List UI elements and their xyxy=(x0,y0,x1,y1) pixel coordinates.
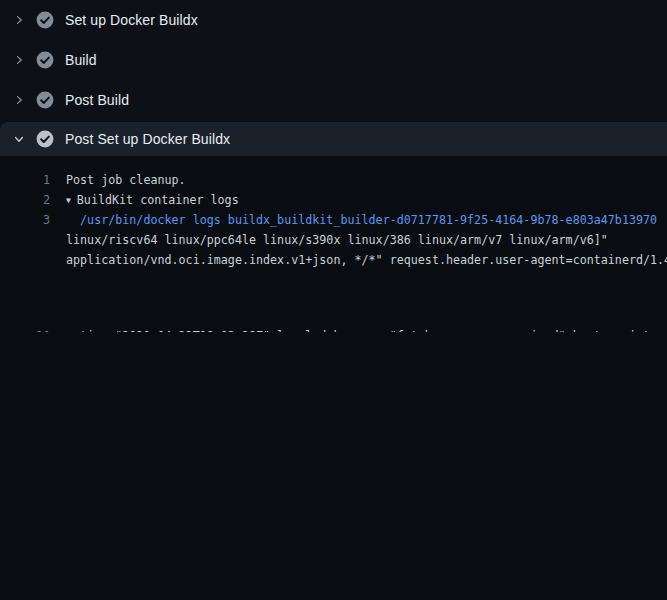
step-header-post-build[interactable]: Post Build xyxy=(0,80,667,120)
step-header-build[interactable]: Build xyxy=(0,40,667,80)
log-text: linux/riscv64 linux/ppc64le linux/s390x … xyxy=(66,230,608,250)
chevron-right-icon xyxy=(13,94,25,106)
log-group-label: BuildKit container logs xyxy=(77,193,239,207)
log-line: 3 /usr/bin/docker logs buildx_buildkit_b… xyxy=(0,210,667,230)
step-label: Post Build xyxy=(65,92,129,108)
log-line-continuation: linux/riscv64 linux/ppc64le linux/s390x … xyxy=(0,230,667,250)
log-line: 1Post job cleanup. xyxy=(0,170,667,190)
log-line-continuation: application/vnd.oci.image.index.v1+json,… xyxy=(0,250,667,270)
log-line-number[interactable]: 1 xyxy=(0,170,50,190)
caret-down-icon: ▼ xyxy=(66,191,71,211)
step-label: Post Set up Docker Buildx xyxy=(65,131,230,147)
log-text: Post job cleanup. xyxy=(66,170,186,190)
check-circle-icon xyxy=(36,91,54,109)
log-line: 2▼BuildKit container logs xyxy=(0,190,667,210)
steps-list: Set up Docker BuildxBuildPost BuildPost … xyxy=(0,0,667,156)
log-line-number[interactable]: 20 xyxy=(0,326,50,332)
chevron-right-icon xyxy=(13,54,25,66)
step-header-set-up-docker-buildx[interactable]: Set up Docker Buildx xyxy=(0,0,667,40)
check-circle-icon xyxy=(36,51,54,69)
log-view[interactable]: 1Post job cleanup.2▼BuildKit container l… xyxy=(0,156,667,600)
log-line-number xyxy=(0,230,50,250)
chevron-down-icon xyxy=(13,133,25,145)
log-line-number[interactable]: 2 xyxy=(0,190,50,210)
log-text: time="2021-04-23T18:02:38Z" level=debug … xyxy=(66,326,667,332)
step-label: Set up Docker Buildx xyxy=(65,12,198,28)
log-line-number[interactable]: 3 xyxy=(0,210,50,230)
step-label: Build xyxy=(65,52,97,68)
check-circle-icon xyxy=(36,130,54,148)
log-text: application/vnd.oci.image.index.v1+json,… xyxy=(66,250,667,270)
step-header-post-set-up-docker-buildx[interactable]: Post Set up Docker Buildx xyxy=(0,122,667,156)
check-circle-icon xyxy=(36,11,54,29)
log-command-text: /usr/bin/docker logs buildx_buildkit_bui… xyxy=(66,210,657,230)
log-line: 20 time="2021-04-23T18:02:38Z" level=deb… xyxy=(0,312,667,332)
log-line-number xyxy=(0,250,50,270)
chevron-right-icon xyxy=(13,14,25,26)
log-text[interactable]: ▼BuildKit container logs xyxy=(66,190,239,210)
